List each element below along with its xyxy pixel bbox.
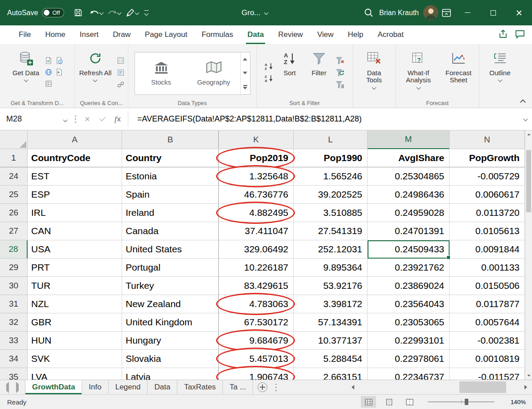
- scroll-left-button[interactable]: [347, 380, 359, 394]
- ribbon-tab-view[interactable]: View: [310, 25, 341, 44]
- zoom-level-button[interactable]: 140%: [505, 399, 526, 405]
- properties-button[interactable]: [115, 67, 126, 78]
- cell-L25[interactable]: 39.202525: [294, 186, 368, 204]
- sheet-tab-legend[interactable]: Legend: [109, 380, 148, 394]
- sheet-tab-growthdata[interactable]: GrowthData: [25, 380, 82, 394]
- cell-M32[interactable]: 0.23053065: [368, 313, 450, 332]
- cell-N29[interactable]: 0.001133: [450, 259, 525, 277]
- cell-K33[interactable]: 9.684679: [219, 332, 294, 350]
- row-header-35[interactable]: 35: [0, 368, 28, 380]
- ribbon-tab-formulas[interactable]: Formulas: [194, 25, 240, 44]
- column-header-B[interactable]: B: [122, 130, 219, 149]
- cell-A35[interactable]: LVA: [28, 368, 122, 380]
- cell-L35[interactable]: 2.663151: [294, 368, 368, 380]
- cell-L27[interactable]: 27.541319: [294, 222, 368, 240]
- cell-M24[interactable]: 0.25304865: [368, 167, 450, 186]
- geography-button[interactable]: Geography: [188, 53, 240, 94]
- cell-K27[interactable]: 37.411047: [219, 222, 294, 240]
- cell-N27[interactable]: 0.0105613: [450, 222, 525, 240]
- row-header-25[interactable]: 25: [0, 186, 28, 204]
- cell-A34[interactable]: SVK: [28, 350, 122, 368]
- row-header-34[interactable]: 34: [0, 350, 28, 368]
- cell-L24[interactable]: 1.565246: [294, 167, 368, 186]
- cell-B26[interactable]: Ireland: [122, 204, 219, 222]
- formula-bar-gripper[interactable]: [75, 118, 76, 120]
- cell-N28[interactable]: 0.0091844: [450, 240, 525, 259]
- cell-N30[interactable]: 0.0150506: [450, 277, 525, 295]
- scroll-up-button[interactable]: [525, 130, 532, 138]
- maximize-button[interactable]: [480, 0, 506, 25]
- column-header-K[interactable]: K: [219, 130, 294, 149]
- gallery-more-button[interactable]: [241, 80, 250, 94]
- cell-A1[interactable]: CountryCode: [28, 149, 122, 167]
- ribbon-tab-home[interactable]: Home: [38, 25, 72, 44]
- row-header-27[interactable]: 27: [0, 222, 28, 240]
- scroll-right-button[interactable]: [520, 380, 532, 394]
- sheet-nav-right-button[interactable]: [16, 384, 19, 391]
- cell-K34[interactable]: 5.457013: [219, 350, 294, 368]
- horizontal-scroll-track[interactable]: [359, 380, 520, 394]
- cell-N25[interactable]: 0.0060617: [450, 186, 525, 204]
- page-layout-view-button[interactable]: [381, 396, 397, 408]
- cell-M35[interactable]: 0.22346737: [368, 368, 450, 380]
- cell-K30[interactable]: 83.429615: [219, 277, 294, 295]
- zoom-slider-thumb[interactable]: [465, 399, 468, 405]
- stocks-button[interactable]: Stocks: [135, 53, 188, 94]
- cell-N31[interactable]: 0.0117877: [450, 295, 525, 313]
- zoom-slider[interactable]: [428, 401, 495, 402]
- new-sheet-button[interactable]: [258, 382, 267, 392]
- row-header-32[interactable]: 32: [0, 313, 28, 332]
- sheet-nav-left-button[interactable]: [6, 384, 9, 391]
- cell-K29[interactable]: 10.226187: [219, 259, 294, 277]
- search-button[interactable]: [360, 4, 376, 22]
- insert-function-button[interactable]: fx: [110, 108, 125, 130]
- vertical-scrollbar[interactable]: [525, 130, 532, 380]
- cell-N33[interactable]: -0.002381: [450, 332, 525, 350]
- cell-K25[interactable]: 46.736776: [219, 186, 294, 204]
- cell-M1[interactable]: AvgIShare: [368, 149, 450, 167]
- gallery-up-button[interactable]: [241, 53, 250, 66]
- cell-A29[interactable]: PRT: [28, 259, 122, 277]
- cell-B30[interactable]: Turkey: [122, 277, 219, 295]
- ribbon-tab-help[interactable]: Help: [340, 25, 370, 44]
- cell-L32[interactable]: 57.134391: [294, 313, 368, 332]
- ribbon-display-options-button[interactable]: [438, 4, 454, 22]
- cell-A24[interactable]: EST: [28, 167, 122, 186]
- comments-button[interactable]: [515, 30, 525, 40]
- cell-A33[interactable]: HUN: [28, 332, 122, 350]
- sheet-tab-taxrates[interactable]: TaxRates: [177, 380, 223, 394]
- close-button[interactable]: [506, 0, 532, 25]
- cell-N34[interactable]: 0.0010819: [450, 350, 525, 368]
- cell-L1[interactable]: Pop1990: [294, 149, 368, 167]
- reapply-filter-button[interactable]: [335, 67, 345, 78]
- column-header-N[interactable]: N: [450, 130, 525, 149]
- cell-B34[interactable]: Slovakia: [122, 350, 219, 368]
- sort-descending-button[interactable]: ZA: [264, 73, 274, 84]
- autosave-toggle[interactable]: AutoSave Off: [7, 8, 64, 17]
- recent-sources-button[interactable]: [54, 55, 65, 66]
- cell-B33[interactable]: Hungary: [122, 332, 219, 350]
- ribbon-tab-data[interactable]: Data: [240, 25, 271, 44]
- column-header-L[interactable]: L: [294, 130, 368, 149]
- ribbon-tab-draw[interactable]: Draw: [106, 25, 138, 44]
- cell-K35[interactable]: 1.906743: [219, 368, 294, 380]
- cell-L34[interactable]: 5.288454: [294, 350, 368, 368]
- sort-ascending-button[interactable]: AZ: [264, 61, 274, 72]
- cell-K31[interactable]: 4.783063: [219, 295, 294, 313]
- minimize-button[interactable]: [454, 0, 480, 25]
- row-header-30[interactable]: 30: [0, 277, 28, 295]
- from-text-csv-button[interactable]: [43, 55, 54, 66]
- column-header-M[interactable]: M: [368, 130, 450, 149]
- column-header-A[interactable]: A: [28, 130, 122, 149]
- row-header-31[interactable]: 31: [0, 295, 28, 313]
- sheet-tab-ta-[interactable]: Ta ...: [223, 380, 253, 394]
- cell-M33[interactable]: 0.22993101: [368, 332, 450, 350]
- gallery-down-button[interactable]: [241, 66, 250, 80]
- scroll-down-button[interactable]: [525, 372, 532, 380]
- horizontal-scrollbar[interactable]: [347, 380, 532, 394]
- cell-B1[interactable]: Country: [122, 149, 219, 167]
- cell-B28[interactable]: United States: [122, 240, 219, 259]
- user-avatar[interactable]: [423, 5, 438, 20]
- enter-button[interactable]: [95, 108, 110, 130]
- cell-N24[interactable]: -0.005729: [450, 167, 525, 186]
